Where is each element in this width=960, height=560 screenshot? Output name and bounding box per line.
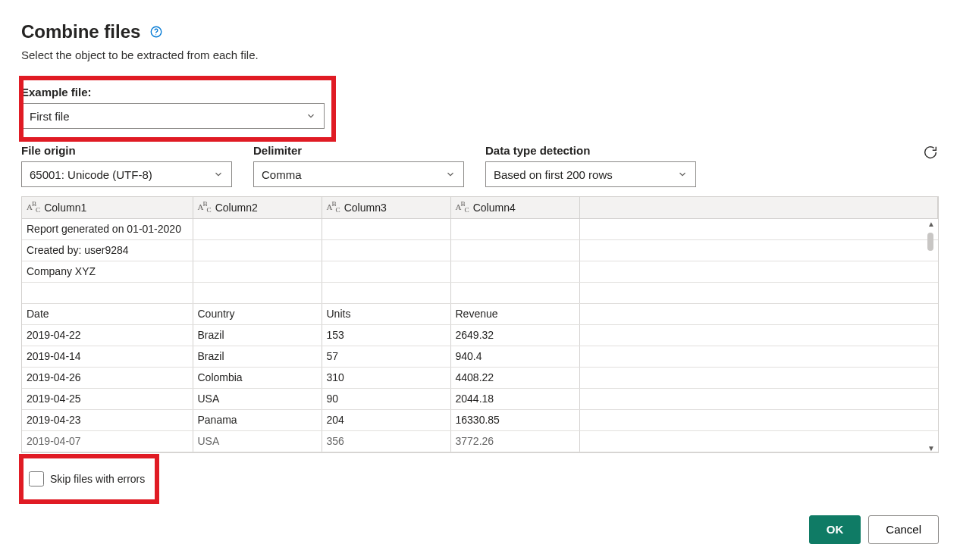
chevron-down-icon xyxy=(445,169,456,180)
delimiter-dropdown[interactable]: Comma xyxy=(253,161,464,187)
table-cell: 90 xyxy=(322,388,450,409)
table-cell xyxy=(193,282,322,303)
table-cell: Date xyxy=(22,303,193,324)
table-cell xyxy=(22,282,193,303)
column-header[interactable]: ABC Column4 xyxy=(450,197,579,218)
table-cell-blank xyxy=(579,282,938,303)
text-type-icon: ABC xyxy=(456,200,469,214)
table-cell: 2044.18 xyxy=(450,388,579,409)
table-cell: USA xyxy=(193,430,322,452)
table-cell: Report generated on 01-01-2020 xyxy=(22,218,193,239)
table-row[interactable]: 2019-04-26Colombia3104408.22 xyxy=(22,367,938,388)
table-row[interactable]: 2019-04-14Brazil57940.4 xyxy=(22,346,938,367)
refresh-icon[interactable] xyxy=(922,144,939,161)
text-type-icon: ABC xyxy=(27,200,39,214)
table-cell-blank xyxy=(579,239,938,261)
table-cell: 2019-04-07 xyxy=(22,430,193,452)
table-cell-blank xyxy=(579,346,938,367)
datatype-value: Based on first 200 rows xyxy=(494,168,613,181)
file-origin-dropdown[interactable]: 65001: Unicode (UTF-8) xyxy=(21,161,232,187)
table-cell: 2649.32 xyxy=(450,324,579,346)
file-origin-label: File origin xyxy=(21,144,232,157)
ok-button[interactable]: OK xyxy=(809,515,861,544)
skip-files-label: Skip files with errors xyxy=(50,473,145,485)
table-cell xyxy=(322,261,450,282)
table-cell: Created by: user9284 xyxy=(22,239,193,261)
page-title: Combine files xyxy=(21,21,140,42)
text-type-icon: ABC xyxy=(327,200,340,214)
table-cell xyxy=(193,261,322,282)
table-cell xyxy=(322,239,450,261)
table-row[interactable]: 2019-04-25USA902044.18 xyxy=(22,388,938,409)
table-cell: 153 xyxy=(322,324,450,346)
column-header-blank xyxy=(579,197,938,218)
table-cell xyxy=(450,218,579,239)
table-cell: Brazil xyxy=(193,324,322,346)
table-cell: 3772.26 xyxy=(450,430,579,452)
chevron-down-icon xyxy=(213,169,224,180)
column-header[interactable]: ABC Column2 xyxy=(193,197,322,218)
table-cell: 356 xyxy=(322,430,450,452)
help-icon[interactable] xyxy=(149,25,163,39)
table-cell: 940.4 xyxy=(450,346,579,367)
page-subtitle: Select the object to be extracted from e… xyxy=(21,48,939,61)
table-row[interactable]: 2019-04-22Brazil1532649.32 xyxy=(22,324,938,346)
datatype-dropdown[interactable]: Based on first 200 rows xyxy=(485,161,696,187)
table-cell xyxy=(193,239,322,261)
table-cell: 2019-04-25 xyxy=(22,388,193,409)
table-cell: 2019-04-22 xyxy=(22,324,193,346)
table-cell: Company XYZ xyxy=(22,261,193,282)
table-cell: 204 xyxy=(322,409,450,430)
table-row[interactable]: Created by: user9284 xyxy=(22,239,938,261)
table-row[interactable]: 2019-04-07USA3563772.26 xyxy=(22,430,938,452)
table-cell-blank xyxy=(579,367,938,388)
skip-files-checkbox[interactable] xyxy=(29,471,44,486)
svg-point-1 xyxy=(155,34,156,35)
delimiter-value: Comma xyxy=(262,168,302,181)
scroll-thumb[interactable] xyxy=(927,233,933,251)
column-header[interactable]: ABC Column3 xyxy=(322,197,450,218)
table-cell: Country xyxy=(193,303,322,324)
table-cell xyxy=(450,282,579,303)
table-cell: 4408.22 xyxy=(450,367,579,388)
table-cell-blank xyxy=(579,430,938,452)
scroll-down-arrow[interactable]: ▼ xyxy=(927,444,935,452)
table-row[interactable] xyxy=(22,282,938,303)
vertical-scrollbar[interactable]: ▲ ▼ xyxy=(924,220,938,452)
table-cell-blank xyxy=(579,261,938,282)
file-origin-value: 65001: Unicode (UTF-8) xyxy=(30,168,152,181)
table-cell: 2019-04-26 xyxy=(22,367,193,388)
table-cell xyxy=(193,218,322,239)
table-cell xyxy=(450,239,579,261)
table-cell xyxy=(322,282,450,303)
chevron-down-icon xyxy=(677,169,688,180)
table-row[interactable]: Company XYZ xyxy=(22,261,938,282)
table-cell: 57 xyxy=(322,346,450,367)
table-cell: Colombia xyxy=(193,367,322,388)
table-row[interactable]: Report generated on 01-01-2020 xyxy=(22,218,938,239)
cancel-button[interactable]: Cancel xyxy=(868,515,939,544)
example-file-label: Example file: xyxy=(21,86,325,99)
example-file-value: First file xyxy=(30,110,70,123)
table-cell-blank xyxy=(579,324,938,346)
table-cell: 2019-04-23 xyxy=(22,409,193,430)
datatype-label: Data type detection xyxy=(485,144,696,157)
table-cell xyxy=(322,218,450,239)
table-row[interactable]: 2019-04-23Panama20416330.85 xyxy=(22,409,938,430)
table-cell: 310 xyxy=(322,367,450,388)
table-cell-blank xyxy=(579,388,938,409)
text-type-icon: ABC xyxy=(198,200,211,214)
column-header[interactable]: ABC Column1 xyxy=(22,197,193,218)
skip-files-section: Skip files with errors xyxy=(21,456,157,502)
example-file-dropdown[interactable]: First file xyxy=(21,103,325,129)
delimiter-label: Delimiter xyxy=(253,144,464,157)
preview-grid: ABC Column1ABC Column2ABC Column3ABC Col… xyxy=(21,196,939,453)
scroll-up-arrow[interactable]: ▲ xyxy=(927,220,935,228)
table-cell: 16330.85 xyxy=(450,409,579,430)
table-cell: USA xyxy=(193,388,322,409)
table-cell-blank xyxy=(579,409,938,430)
table-cell: Units xyxy=(322,303,450,324)
table-cell-blank xyxy=(579,218,938,239)
table-row[interactable]: DateCountryUnitsRevenue xyxy=(22,303,938,324)
table-cell: Panama xyxy=(193,409,322,430)
